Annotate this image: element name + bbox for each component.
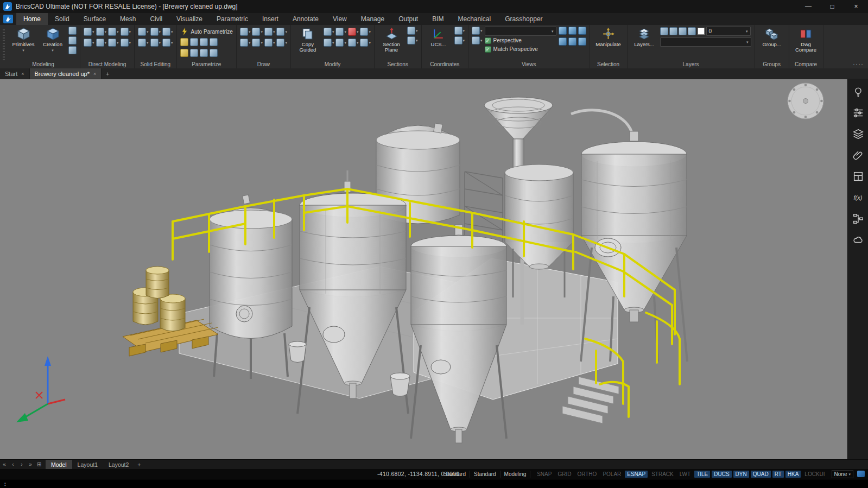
- extrude-icon[interactable]: [68, 36, 77, 45]
- array-icon[interactable]: ▾: [335, 37, 346, 47]
- slice-icon[interactable]: ▾: [150, 37, 161, 47]
- dwg-compare-button[interactable]: Dwg Compare: [793, 27, 820, 53]
- delete-icon[interactable]: ▾: [348, 27, 359, 36]
- circle-icon[interactable]: ▾: [252, 27, 263, 36]
- layer-states-icon[interactable]: [660, 27, 668, 35]
- polyline-icon[interactable]: ▾: [240, 37, 251, 47]
- first-layout-button[interactable]: «: [0, 460, 9, 469]
- fermenter-center[interactable]: [411, 225, 506, 443]
- viewport-3-icon[interactable]: [568, 37, 576, 46]
- close-tab-icon[interactable]: ×: [93, 71, 96, 77]
- rectangle-icon[interactable]: ▾: [264, 27, 275, 36]
- coordinates-display[interactable]: -410.6802, -1134.8911, 0.0000: [377, 471, 459, 477]
- layer-state-dropdown[interactable]: ▾: [660, 37, 751, 47]
- current-layer-dropdown[interactable]: 0 ▾: [706, 27, 751, 36]
- strack-toggle[interactable]: STRACK: [649, 471, 676, 478]
- grid-toggle[interactable]: GRID: [555, 471, 573, 478]
- tab-annotate[interactable]: Annotate: [286, 13, 326, 25]
- layout-tab-layout2[interactable]: Layout2: [103, 460, 134, 469]
- new-document-button[interactable]: +: [102, 68, 113, 79]
- rotate-icon[interactable]: ▾: [324, 37, 334, 47]
- tab-insert[interactable]: Insert: [255, 13, 286, 25]
- tab-manage[interactable]: Manage: [354, 13, 391, 25]
- dm-rotate-icon[interactable]: ▾: [96, 27, 107, 36]
- tab-civil[interactable]: Civil: [143, 13, 169, 25]
- viewport-4-icon[interactable]: [578, 27, 586, 35]
- union-icon[interactable]: ▾: [138, 27, 149, 36]
- copy-guided-button[interactable]: Copy Guided: [294, 27, 321, 53]
- intersect-icon[interactable]: ▾: [150, 27, 161, 36]
- app-menu-button[interactable]: [0, 13, 16, 25]
- tab-output[interactable]: Output: [391, 13, 425, 25]
- imprint-icon[interactable]: ▾: [162, 37, 173, 47]
- ellipse-icon[interactable]: ▾: [264, 37, 275, 47]
- lock-constraint-icon[interactable]: [180, 38, 188, 46]
- primitives-button[interactable]: Primitives ▾: [10, 27, 37, 52]
- lockui-toggle[interactable]: LOCKUI: [802, 471, 827, 478]
- esnap-toggle[interactable]: ESNAP: [625, 471, 648, 478]
- tab-surface[interactable]: Surface: [77, 13, 113, 25]
- creation-button[interactable]: Creation ▾: [39, 27, 66, 52]
- ribbon-drag-handle[interactable]: [3, 29, 5, 61]
- viewport-2h-icon[interactable]: [559, 37, 567, 46]
- tab-view[interactable]: View: [326, 13, 354, 25]
- layout-tab-layout1[interactable]: Layout1: [72, 460, 103, 469]
- tile-toggle[interactable]: TILE: [694, 471, 710, 478]
- attachments-icon[interactable]: [851, 148, 865, 162]
- generate-drawing-icon[interactable]: ▾: [407, 36, 418, 45]
- minimize-button[interactable]: —: [796, 0, 820, 13]
- shell-icon[interactable]: ▾: [162, 27, 173, 36]
- auto-parametrize-button[interactable]: Auto Parametrize: [180, 27, 233, 36]
- tab-solid[interactable]: Solid: [48, 13, 77, 25]
- polar-toggle[interactable]: POLAR: [600, 471, 623, 478]
- selection-filter-dropdown[interactable]: None ▾: [832, 470, 853, 478]
- section-plane-button[interactable]: Section Plane: [378, 27, 405, 53]
- hka-toggle[interactable]: HKA: [785, 471, 801, 478]
- world-ucs-icon[interactable]: ▾: [454, 27, 465, 35]
- fillet-icon[interactable]: ▾: [360, 27, 371, 36]
- tangent-icon[interactable]: [200, 49, 208, 57]
- bucket[interactable]: [390, 373, 410, 396]
- cloud-icon[interactable]: [851, 233, 865, 247]
- ucs-button[interactable]: UCS...: [425, 27, 452, 47]
- tab-home[interactable]: Home: [16, 13, 48, 25]
- subtract-icon[interactable]: ▾: [138, 37, 149, 47]
- parallel-icon[interactable]: [190, 49, 198, 57]
- hatch-icon[interactable]: ▾: [276, 37, 287, 47]
- close-button[interactable]: ×: [844, 0, 868, 13]
- dm-offset-icon[interactable]: ▾: [121, 37, 131, 47]
- command-line[interactable]: :: [0, 479, 868, 488]
- ducs-toggle[interactable]: DUCS: [712, 471, 731, 478]
- previous-layout-button[interactable]: ‹: [9, 460, 17, 469]
- render-settings-icon[interactable]: [851, 106, 865, 120]
- layer-freeze-icon[interactable]: [688, 27, 696, 35]
- viewport-single-icon[interactable]: [559, 27, 567, 35]
- layers-button[interactable]: Layers...: [631, 27, 658, 47]
- fields-fx-icon[interactable]: f(x): [851, 191, 865, 205]
- layout-list-icon[interactable]: ⊞: [35, 460, 43, 469]
- annotation-monitor-icon[interactable]: [857, 471, 865, 477]
- perspective-toggle[interactable]: ✓ Perspective: [485, 36, 556, 45]
- view-preset-dropdown[interactable]: ▾: [485, 27, 556, 36]
- manipulate-button[interactable]: Manipulate: [593, 27, 624, 47]
- workspace-field[interactable]: Modeling: [500, 471, 531, 478]
- dm-chamfer-icon[interactable]: ▾: [108, 27, 119, 36]
- look-from-icon[interactable]: ▾: [472, 27, 483, 35]
- rt-toggle[interactable]: RT: [772, 471, 784, 478]
- move-icon[interactable]: ▾: [324, 27, 334, 36]
- add-layout-button[interactable]: +: [134, 460, 144, 469]
- nav-wheel[interactable]: [788, 83, 823, 119]
- layer-off-icon[interactable]: [679, 27, 687, 35]
- dm-move-icon[interactable]: ▾: [84, 37, 94, 47]
- arc-icon[interactable]: ▾: [252, 37, 263, 47]
- last-layout-button[interactable]: »: [26, 460, 35, 469]
- close-tab-icon[interactable]: ×: [21, 71, 24, 77]
- tab-mechanical[interactable]: Mechanical: [451, 13, 498, 25]
- model-viewport[interactable]: [0, 79, 847, 459]
- explode-icon[interactable]: ▾: [360, 37, 371, 47]
- tab-parametric[interactable]: Parametric: [210, 13, 255, 25]
- dim-style-field[interactable]: Standard: [470, 471, 500, 478]
- tab-visualize[interactable]: Visualize: [169, 13, 210, 25]
- viewport-custom-icon[interactable]: [578, 37, 586, 46]
- perpendicular-icon[interactable]: [200, 38, 208, 46]
